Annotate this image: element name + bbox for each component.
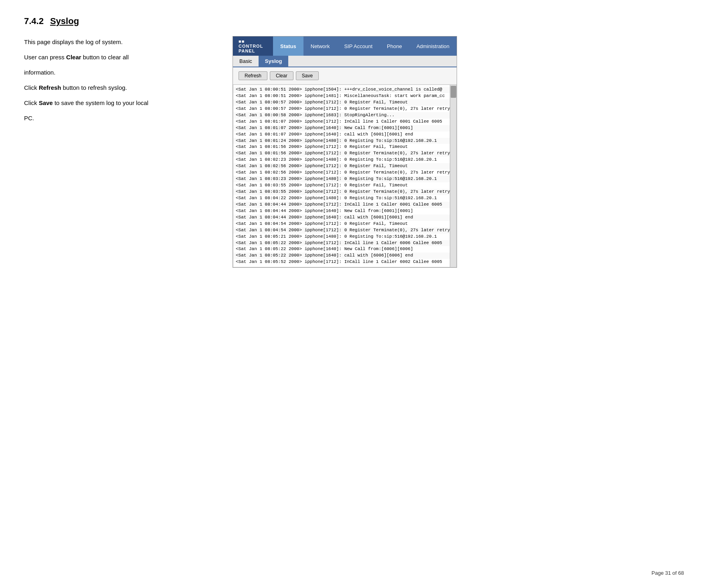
log-line: <Sat Jan 1 08:01:07 2000> ipphone[1712]:… xyxy=(233,119,456,125)
desc-line5-prefix: Click xyxy=(24,99,39,106)
sub-nav: Basic Syslog xyxy=(233,56,457,67)
log-line: <Sat Jan 1 08:05:52 2000> ipphone[1712]:… xyxy=(233,259,456,265)
desc-line4-suffix: button to refresh syslog. xyxy=(61,84,127,91)
refresh-label-inline: Refresh xyxy=(39,84,61,91)
log-line: <Sat Jan 1 08:04:44 2000> ipphone[1712]:… xyxy=(233,202,456,208)
log-line: <Sat Jan 1 08:05:22 2000> ipphone[1640]:… xyxy=(233,253,456,259)
desc-line2-suffix: button to clear all xyxy=(81,54,129,61)
log-line: <Sat Jan 1 08:04:54 2000> ipphone[1712]:… xyxy=(233,227,456,234)
log-line: <Sat Jan 1 08:05:22 2000> ipphone[1640]:… xyxy=(233,246,456,253)
log-line: <Sat Jan 1 08:00:51 2000> ipphone[1481]:… xyxy=(233,93,456,99)
desc-line2-prefix: User can press xyxy=(24,54,66,61)
desc-line2: User can press Clear button to clear all xyxy=(24,51,208,63)
desc-line6: PC. xyxy=(24,112,208,124)
nav-tab-phone[interactable]: Phone xyxy=(380,36,409,56)
desc-line4-prefix: Click xyxy=(24,84,39,91)
log-line: <Sat Jan 1 08:02:56 2000> ipphone[1712]:… xyxy=(233,170,456,176)
log-content: <Sat Jan 1 08:00:51 2000> ipphone[1504]:… xyxy=(233,85,456,267)
nav-tabs: Status Network SIP Account Phone Adminis… xyxy=(273,36,457,56)
clear-label-inline: Clear xyxy=(66,54,81,61)
section-name: Syslog xyxy=(50,16,79,26)
log-line: <Sat Jan 1 08:01:07 2000> ipphone[1640]:… xyxy=(233,131,456,138)
save-label-inline: Save xyxy=(39,99,53,106)
log-line: <Sat Jan 1 08:00:57 2000> ipphone[1712]:… xyxy=(233,99,456,106)
log-line: <Sat Jan 1 08:03:55 2000> ipphone[1712]:… xyxy=(233,189,456,195)
content-layout: This page displays the log of system. Us… xyxy=(24,36,684,268)
log-line: <Sat Jan 1 08:00:57 2000> ipphone[1712]:… xyxy=(233,106,456,112)
log-line: <Sat Jan 1 08:04:22 2000> ipphone[1480]:… xyxy=(233,195,456,202)
log-line: <Sat Jan 1 08:01:24 2000> ipphone[1480]:… xyxy=(233,138,456,144)
log-line: <Sat Jan 1 08:02:56 2000> ipphone[1712]:… xyxy=(233,163,456,170)
log-line: <Sat Jan 1 08:05:22 2000> ipphone[1712]:… xyxy=(233,240,456,247)
page-footer: Page 31 of 68 xyxy=(651,570,684,576)
router-panel: ■■ CONTROL PANEL Status Network SIP Acco… xyxy=(233,36,457,268)
log-line: <Sat Jan 1 08:05:21 2000> ipphone[1480]:… xyxy=(233,234,456,240)
log-line: <Sat Jan 1 08:01:56 2000> ipphone[1712]:… xyxy=(233,150,456,157)
section-number: 7.4.2 xyxy=(24,16,44,26)
desc-line4: Click Refresh button to refresh syslog. xyxy=(24,82,208,94)
left-description: This page displays the log of system. Us… xyxy=(24,36,208,127)
nav-tab-sip-account[interactable]: SIP Account xyxy=(337,36,380,56)
log-area: <Sat Jan 1 08:00:51 2000> ipphone[1504]:… xyxy=(233,85,457,267)
save-button[interactable]: Save xyxy=(296,71,319,80)
nav-tab-administration[interactable]: Administration xyxy=(409,36,457,56)
section-title: 7.4.2 Syslog xyxy=(24,16,684,26)
desc-line5: Click Save to save the system log to you… xyxy=(24,97,208,109)
log-line: <Sat Jan 1 08:01:07 2000> ipphone[1640]:… xyxy=(233,125,456,131)
scrollbar-thumb[interactable] xyxy=(451,86,456,98)
log-line: <Sat Jan 1 08:00:58 2000> ipphone[1683]:… xyxy=(233,112,456,119)
scrollbar[interactable] xyxy=(450,85,456,267)
refresh-button[interactable]: Refresh xyxy=(239,71,267,80)
log-line: <Sat Jan 1 08:04:44 2000> ipphone[1640]:… xyxy=(233,208,456,214)
log-line: <Sat Jan 1 08:00:51 2000> ipphone[1504]:… xyxy=(233,87,456,93)
desc-line1: This page displays the log of system. xyxy=(24,36,208,48)
log-line: <Sat Jan 1 08:03:55 2000> ipphone[1712]:… xyxy=(233,182,456,189)
nav-tab-status[interactable]: Status xyxy=(273,36,303,56)
log-line: <Sat Jan 1 08:04:54 2000> ipphone[1712]:… xyxy=(233,221,456,227)
log-line: <Sat Jan 1 08:04:44 2000> ipphone[1640]:… xyxy=(233,214,456,221)
top-nav: ■■ CONTROL PANEL Status Network SIP Acco… xyxy=(233,36,457,56)
desc-line3: information. xyxy=(24,67,208,79)
sub-tab-basic[interactable]: Basic xyxy=(233,56,259,67)
sub-tab-syslog[interactable]: Syslog xyxy=(259,56,289,67)
page-number: Page 31 of 68 xyxy=(651,570,684,576)
brand-logo: ■■ CONTROL PANEL xyxy=(233,36,273,56)
nav-tab-network[interactable]: Network xyxy=(303,36,337,56)
log-line: <Sat Jan 1 08:03:23 2000> ipphone[1480]:… xyxy=(233,176,456,182)
log-line: <Sat Jan 1 08:01:56 2000> ipphone[1712]:… xyxy=(233,144,456,150)
desc-line5-suffix: to save the system log to your local xyxy=(53,99,148,106)
toolbar: Refresh Clear Save xyxy=(233,67,457,85)
log-line: <Sat Jan 1 08:02:23 2000> ipphone[1480]:… xyxy=(233,157,456,163)
clear-button[interactable]: Clear xyxy=(270,71,293,80)
